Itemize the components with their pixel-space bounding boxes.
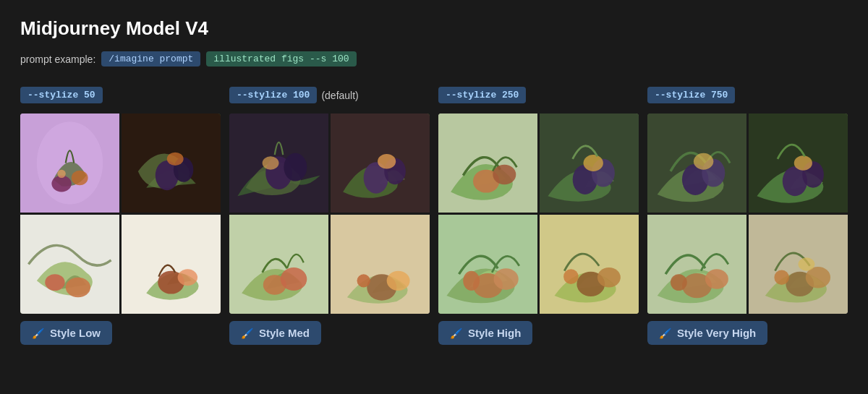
svg-rect-37 xyxy=(438,215,537,314)
svg-point-31 xyxy=(473,170,500,193)
stylize-badge-2: --stylize 100 xyxy=(229,87,317,103)
image-cell-4-br xyxy=(749,215,848,314)
image-cell-2-tl xyxy=(229,114,328,213)
svg-point-11 xyxy=(45,274,64,291)
svg-point-7 xyxy=(174,158,193,182)
svg-point-8 xyxy=(167,153,184,166)
stylize-label-2: --stylize 100 (default) xyxy=(229,87,430,103)
svg-point-21 xyxy=(384,158,406,185)
svg-point-4 xyxy=(57,170,65,178)
svg-point-56 xyxy=(671,274,687,291)
style-med-label: Style Med xyxy=(259,327,310,339)
image-cell-3-bl xyxy=(438,215,537,314)
svg-point-17 xyxy=(284,153,307,181)
svg-point-32 xyxy=(493,165,516,184)
svg-rect-33 xyxy=(540,114,639,213)
image-cell-4-bl xyxy=(647,215,746,314)
column-3: --stylize 250 xyxy=(438,87,639,345)
svg-rect-0 xyxy=(20,114,119,213)
svg-rect-26 xyxy=(331,215,430,314)
svg-point-25 xyxy=(281,267,307,291)
style-very-high-label: Style Very High xyxy=(677,327,756,339)
image-cell-1-bl xyxy=(20,215,119,314)
svg-point-59 xyxy=(806,267,830,288)
svg-point-24 xyxy=(263,275,286,294)
svg-rect-49 xyxy=(749,114,848,213)
svg-point-42 xyxy=(576,272,605,296)
brush-icon-4: 🖌️ xyxy=(659,327,671,339)
svg-point-52 xyxy=(794,155,812,171)
svg-point-2 xyxy=(51,176,71,192)
svg-point-35 xyxy=(592,159,615,187)
prompt-row: prompt example: /imagine prompt illustra… xyxy=(20,51,848,67)
prompt-args-tag: illustrated figs --s 100 xyxy=(206,51,356,67)
svg-point-13 xyxy=(158,271,184,294)
svg-point-50 xyxy=(783,166,807,196)
stylize-label-1: --stylize 50 xyxy=(20,87,221,103)
image-grid-4 xyxy=(647,114,848,314)
svg-point-39 xyxy=(493,268,518,290)
column-2: --stylize 100 (default) xyxy=(229,87,430,345)
svg-point-46 xyxy=(682,164,709,195)
svg-point-61 xyxy=(799,257,815,270)
style-low-button[interactable]: 🖌️ Style Low xyxy=(20,321,112,345)
svg-point-54 xyxy=(682,273,712,298)
svg-point-44 xyxy=(563,269,579,284)
svg-point-14 xyxy=(178,269,197,286)
style-very-high-button[interactable]: 🖌️ Style Very High xyxy=(647,321,767,345)
image-cell-2-tr xyxy=(331,114,430,213)
svg-rect-41 xyxy=(540,215,639,314)
svg-point-18 xyxy=(263,156,279,169)
style-low-label: Style Low xyxy=(50,327,101,339)
stylize-default-text: (default) xyxy=(321,90,358,101)
page-title: Midjourney Model V4 xyxy=(20,17,848,40)
svg-rect-15 xyxy=(229,114,328,213)
svg-rect-57 xyxy=(749,215,848,314)
brush-icon-2: 🖌️ xyxy=(241,327,253,339)
stylize-badge-4: --stylize 750 xyxy=(647,87,735,103)
svg-rect-5 xyxy=(122,114,221,213)
svg-rect-12 xyxy=(122,215,221,314)
svg-point-43 xyxy=(597,267,621,287)
image-cell-3-br xyxy=(540,215,639,314)
svg-point-47 xyxy=(702,159,725,187)
svg-point-60 xyxy=(774,270,789,285)
brush-icon-1: 🖌️ xyxy=(32,327,44,339)
svg-point-38 xyxy=(473,273,503,298)
image-cell-4-tr xyxy=(749,114,848,213)
stylize-badge-1: --stylize 50 xyxy=(20,87,103,103)
svg-point-28 xyxy=(387,271,410,291)
svg-rect-23 xyxy=(229,215,328,314)
svg-point-29 xyxy=(357,274,370,287)
svg-point-1 xyxy=(37,121,103,204)
image-cell-4-tl xyxy=(647,114,746,213)
image-cell-2-bl xyxy=(229,215,328,314)
column-1: --stylize 50 xyxy=(20,87,221,345)
svg-point-27 xyxy=(367,274,396,301)
svg-point-20 xyxy=(364,162,388,193)
prompt-label: prompt example: xyxy=(20,53,95,65)
svg-point-22 xyxy=(378,154,396,169)
svg-rect-19 xyxy=(331,114,430,213)
style-high-button[interactable]: 🖌️ Style High xyxy=(438,321,532,345)
stylize-badge-3: --stylize 250 xyxy=(438,87,526,103)
image-cell-3-tr xyxy=(540,114,639,213)
svg-point-10 xyxy=(66,278,90,297)
svg-rect-9 xyxy=(20,215,119,314)
image-cell-1-tl xyxy=(20,114,119,213)
image-cell-1-br xyxy=(122,215,221,314)
svg-point-6 xyxy=(156,160,179,190)
svg-rect-30 xyxy=(438,114,537,213)
image-cell-2-br xyxy=(331,215,430,314)
image-grid-2 xyxy=(229,114,430,314)
style-med-button[interactable]: 🖌️ Style Med xyxy=(229,321,321,345)
svg-point-3 xyxy=(72,171,88,186)
stylize-label-3: --stylize 250 xyxy=(438,87,639,103)
image-cell-3-tl xyxy=(438,114,537,213)
stylize-label-4: --stylize 750 xyxy=(647,87,848,103)
style-high-label: Style High xyxy=(468,327,521,339)
svg-point-34 xyxy=(573,165,597,194)
svg-rect-45 xyxy=(647,114,746,213)
svg-point-51 xyxy=(802,161,824,188)
svg-rect-53 xyxy=(647,215,746,314)
